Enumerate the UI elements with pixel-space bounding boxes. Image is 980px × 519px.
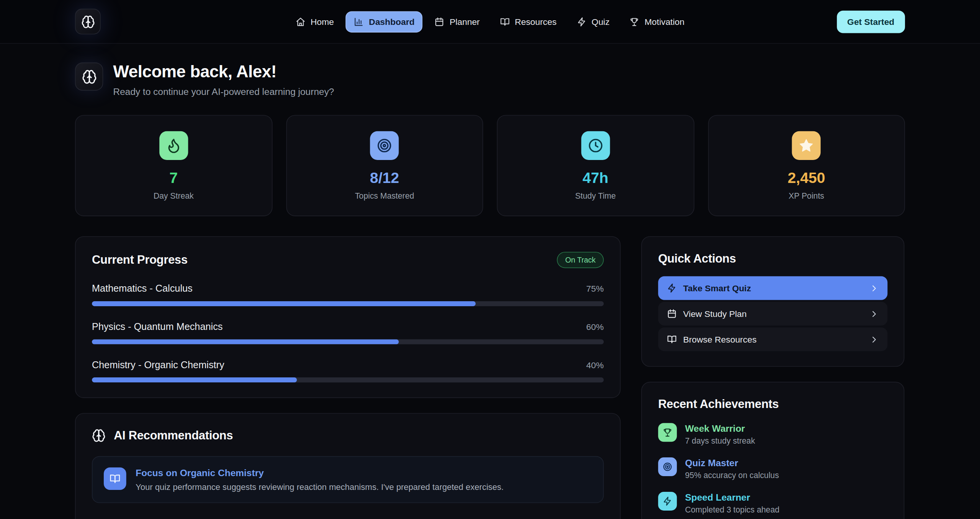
nav-item-quiz[interactable]: Quiz [568,11,618,33]
brain-icon [82,69,96,84]
on-track-badge: On Track [557,252,604,268]
nav-item-label: Dashboard [369,16,415,26]
achievement-desc: 7 days study streak [685,436,755,446]
calendar-icon [667,309,677,319]
action-browse-resources[interactable]: Browse Resources [658,328,887,351]
trophy-icon [663,428,673,437]
welcome-text: Welcome back, Alex! Ready to continue yo… [113,62,334,97]
stat-value: 47h [583,169,609,187]
learning-dashboard: Home Dashboard Planner Resources Quiz Mo… [0,0,980,519]
target-icon [376,137,392,153]
progress-percent: 75% [586,284,604,294]
progress-fill [92,377,297,382]
progress-row: Mathematics - Calculus 75% [92,283,604,306]
progress-card-header: Current Progress On Track [92,252,604,268]
chevron-right-icon [869,309,879,318]
stat-card-topics-mastered: 8/12 Topics Mastered [286,115,483,216]
stat-icon-tile [159,131,188,160]
achievement-title: Speed Learner [685,492,779,503]
stat-icon-tile [581,131,610,160]
action-take-smart-quiz[interactable]: Take Smart Quiz [658,276,887,300]
main-content: Current Progress On Track Mathematics - … [0,216,980,519]
app-logo[interactable] [75,9,101,34]
ai-card-title: AI Recommendations [114,429,233,442]
achievements-title: Recent Achievements [658,397,887,411]
right-column: Quick Actions Take Smart Quiz View Study… [641,236,904,519]
chevron-right-icon [869,335,879,344]
achievements-list: Week Warrior 7 days study streak Quiz Ma… [658,423,887,514]
progress-fill [92,301,476,306]
progress-track [92,339,604,344]
zap-icon [663,496,673,506]
quick-actions-card: Quick Actions Take Smart Quiz View Study… [641,236,904,367]
progress-subject: Mathematics - Calculus [92,283,193,294]
achievement-title: Quiz Master [685,457,779,468]
ai-card-header: AI Recommendations [92,429,604,442]
quick-actions-title: Quick Actions [658,252,887,266]
stat-label: XP Points [789,191,824,200]
calendar-icon [434,16,444,26]
book-icon [109,473,121,484]
stat-icon-tile [370,131,399,160]
page-title: Welcome back, Alex! [113,62,334,82]
brain-icon [81,15,95,28]
nav-item-label: Home [310,16,334,26]
nav-item-label: Motivation [645,16,684,26]
nav-item-motivation[interactable]: Motivation [621,11,693,33]
stat-label: Day Streak [154,191,194,200]
progress-track [92,377,604,382]
top-nav: Home Dashboard Planner Resources Quiz Mo… [0,0,980,44]
progress-percent: 40% [586,360,604,370]
progress-fill [92,339,399,344]
recent-achievements-card: Recent Achievements Week Warrior 7 days … [641,382,904,519]
nav-item-planner[interactable]: Planner [426,11,488,33]
brain-icon [92,429,106,442]
clock-icon [587,137,603,153]
achievement-desc: Completed 3 topics ahead [685,505,779,514]
ai-recommendations-card: AI Recommendations Focus on Organic Chem… [75,413,621,519]
progress-percent: 60% [586,322,604,332]
achievement-speed-learner: Speed Learner Completed 3 topics ahead [658,492,887,514]
home-icon [296,16,305,26]
flame-icon [165,137,181,153]
chart-icon [354,16,364,26]
recommendation-description: Your quiz performance suggests reviewing… [136,482,503,491]
book-icon [667,334,677,344]
progress-card-title: Current Progress [92,253,188,267]
nav-item-resources[interactable]: Resources [492,11,565,33]
stats-row: 7 Day Streak 8/12 Topics Mastered 47h St… [0,97,980,216]
progress-row: Physics - Quantum Mechanics 60% [92,321,604,344]
stat-icon-tile [792,131,821,160]
stat-card-day-streak: 7 Day Streak [75,115,272,216]
get-started-button[interactable]: Get Started [836,10,905,33]
stat-value: 8/12 [370,169,399,187]
book-icon [500,16,510,26]
stat-card-study-time: 47h Study Time [497,115,694,216]
trophy-icon [630,16,640,26]
nav-menu: Home Dashboard Planner Resources Quiz Mo… [287,11,693,33]
nav-item-dashboard[interactable]: Dashboard [346,11,423,33]
zap-icon [577,16,586,26]
progress-subject: Physics - Quantum Mechanics [92,321,223,332]
achievement-desc: 95% accuracy on calculus [685,470,779,480]
ai-recommendation-item[interactable]: Focus on Organic Chemistry Your quiz per… [92,456,604,503]
quick-action-label: View Study Plan [683,309,746,319]
stat-value: 2,450 [787,169,825,187]
achievement-quiz-master: Quiz Master 95% accuracy on calculus [658,457,887,480]
nav-item-label: Resources [515,16,557,26]
recommendation-title: Focus on Organic Chemistry [136,467,503,478]
stat-card-xp-points: 2,450 XP Points [708,115,905,216]
achievement-week-warrior: Week Warrior 7 days study streak [658,423,887,446]
nav-item-home[interactable]: Home [287,11,342,33]
action-view-study-plan[interactable]: View Study Plan [658,302,887,326]
nav-item-label: Planner [449,16,480,26]
quick-action-label: Browse Resources [683,334,756,344]
progress-subject: Chemistry - Organic Chemistry [92,359,224,370]
progress-track [92,301,604,306]
left-column: Current Progress On Track Mathematics - … [75,236,621,519]
zap-icon [667,283,677,293]
quick-action-label: Take Smart Quiz [683,283,751,293]
app-viewport: Home Dashboard Planner Resources Quiz Mo… [0,0,980,519]
progress-row: Chemistry - Organic Chemistry 40% [92,359,604,382]
page-subtitle: Ready to continue your AI-powered learni… [113,86,334,97]
